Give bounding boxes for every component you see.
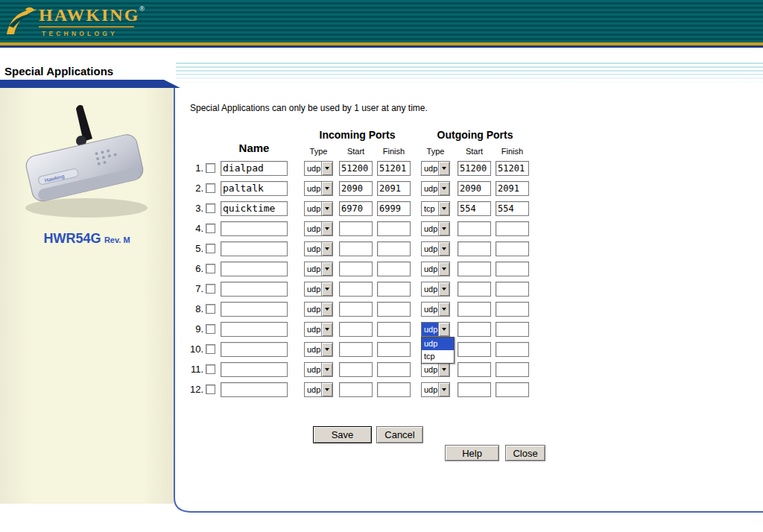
dropdown-arrow-icon[interactable] [438,162,449,175]
close-button[interactable]: Close [505,445,545,461]
dropdown-arrow-icon[interactable] [321,282,332,296]
row-checkbox[interactable] [206,304,215,314]
incoming-start-input[interactable] [339,161,373,176]
app-name-input[interactable] [221,161,288,176]
incoming-start-input[interactable] [339,362,373,377]
outgoing-start-input[interactable] [458,161,491,176]
outgoing-type-select[interactable]: tcp [421,201,450,216]
dropdown-arrow-icon[interactable] [321,242,332,256]
outgoing-type-select[interactable]: udp [421,241,450,256]
outgoing-type-select[interactable]: udp [421,282,450,297]
outgoing-start-input[interactable] [458,302,491,317]
app-name-input[interactable] [221,181,288,196]
row-checkbox[interactable] [206,203,215,213]
incoming-type-select[interactable]: udp [304,241,333,256]
incoming-type-select[interactable]: udp [304,382,333,397]
outgoing-start-input[interactable] [458,241,491,256]
dropdown-arrow-icon[interactable] [438,303,449,316]
row-checkbox[interactable] [206,244,215,253]
dropdown-arrow-icon[interactable] [438,182,449,195]
app-name-input[interactable] [221,282,288,297]
dropdown-arrow-icon[interactable] [321,182,332,195]
dropdown-arrow-icon[interactable] [438,222,449,235]
incoming-start-input[interactable] [339,221,373,236]
dropdown-arrow-icon[interactable] [321,383,332,396]
outgoing-start-input[interactable] [458,262,491,276]
row-checkbox[interactable] [206,264,215,273]
outgoing-type-select[interactable]: udp [421,362,450,377]
dropdown-arrow-icon[interactable] [438,242,449,256]
outgoing-type-select[interactable]: udp [421,161,450,176]
incoming-start-input[interactable] [339,322,373,337]
dropdown-arrow-icon[interactable] [438,323,449,336]
row-checkbox[interactable] [206,183,215,193]
incoming-type-select[interactable]: udp [304,221,333,236]
incoming-start-input[interactable] [339,382,373,397]
row-checkbox[interactable] [206,163,215,173]
incoming-finish-input[interactable] [377,302,411,317]
outgoing-type-select[interactable]: udp [421,302,450,317]
outgoing-start-input[interactable] [458,342,491,357]
app-name-input[interactable] [221,302,288,317]
incoming-start-input[interactable] [339,302,373,317]
dropdown-arrow-icon[interactable] [321,222,332,235]
row-checkbox[interactable] [206,344,215,354]
dropdown-arrow-icon[interactable] [321,262,332,276]
save-button[interactable]: Save [313,426,372,443]
outgoing-start-input[interactable] [458,362,491,377]
outgoing-finish-input[interactable] [496,201,529,216]
incoming-type-select[interactable]: udp [304,161,333,176]
incoming-finish-input[interactable] [377,181,411,196]
outgoing-type-select[interactable]: udp [421,181,450,196]
incoming-type-select[interactable]: udp [304,181,333,196]
incoming-type-select[interactable]: udp [304,322,333,337]
outgoing-start-input[interactable] [458,201,491,216]
incoming-finish-input[interactable] [377,322,411,337]
incoming-finish-input[interactable] [377,241,411,256]
outgoing-finish-input[interactable] [496,221,529,236]
dropdown-arrow-icon[interactable] [438,363,449,376]
incoming-start-input[interactable] [339,241,373,256]
incoming-type-select[interactable]: udp [304,302,333,317]
outgoing-finish-input[interactable] [496,241,529,256]
incoming-start-input[interactable] [339,342,373,357]
dropdown-arrow-icon[interactable] [321,363,332,376]
outgoing-finish-input[interactable] [496,302,529,317]
incoming-finish-input[interactable] [377,201,411,216]
dropdown-arrow-icon[interactable] [438,282,449,296]
outgoing-start-input[interactable] [458,382,491,397]
app-name-input[interactable] [221,382,288,397]
dropdown-option[interactable]: tcp [422,350,454,363]
dropdown-option[interactable]: udp [422,338,454,350]
app-name-input[interactable] [221,362,288,377]
incoming-start-input[interactable] [339,201,373,216]
app-name-input[interactable] [221,262,288,276]
outgoing-type-select[interactable]: udp [421,221,450,236]
dropdown-arrow-icon[interactable] [438,262,449,276]
incoming-start-input[interactable] [339,262,373,276]
incoming-start-input[interactable] [339,181,373,196]
incoming-finish-input[interactable] [377,382,411,397]
app-name-input[interactable] [221,322,288,337]
incoming-finish-input[interactable] [377,362,411,377]
dropdown-arrow-icon[interactable] [438,202,449,215]
incoming-type-select[interactable]: udp [304,362,333,377]
incoming-finish-input[interactable] [377,221,411,236]
outgoing-type-select[interactable]: udp [421,322,450,337]
app-name-input[interactable] [221,241,288,256]
app-name-input[interactable] [221,201,288,216]
row-checkbox[interactable] [206,284,215,294]
outgoing-finish-input[interactable] [496,362,529,377]
incoming-finish-input[interactable] [377,342,411,357]
dropdown-arrow-icon[interactable] [321,162,332,175]
row-checkbox[interactable] [206,384,215,394]
outgoing-type-select[interactable]: udp [421,262,450,276]
dropdown-arrow-icon[interactable] [321,343,332,356]
dropdown-arrow-icon[interactable] [321,323,332,336]
app-name-input[interactable] [221,342,288,357]
incoming-type-select[interactable]: udp [304,262,333,276]
outgoing-finish-input[interactable] [496,322,529,337]
outgoing-start-input[interactable] [458,322,491,337]
incoming-finish-input[interactable] [377,161,411,176]
help-button[interactable]: Help [445,445,499,461]
